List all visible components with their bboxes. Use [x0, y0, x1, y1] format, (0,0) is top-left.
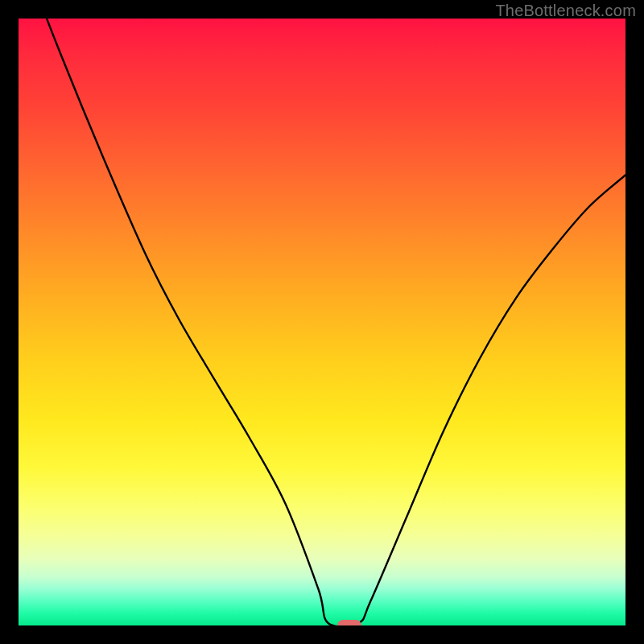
plot-area — [19, 19, 625, 625]
attribution-text: TheBottleneck.com — [495, 2, 636, 20]
bottleneck-curve — [19, 19, 625, 625]
minimum-marker — [337, 620, 361, 625]
chart-container: TheBottleneck.com — [0, 0, 644, 644]
